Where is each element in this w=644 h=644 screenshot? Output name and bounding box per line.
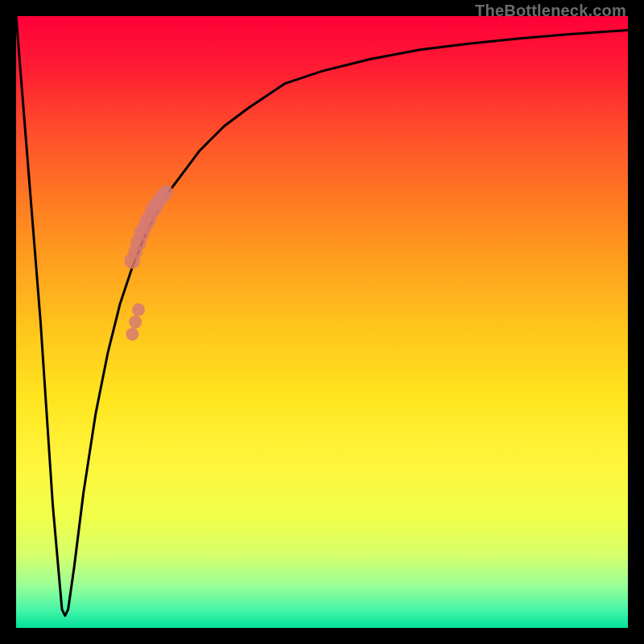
bottleneck-curve [16, 16, 628, 616]
marker-point [129, 316, 142, 328]
highlight-markers [124, 185, 173, 341]
plot-area [16, 16, 628, 628]
chart-svg [16, 16, 628, 628]
marker-point [159, 185, 173, 200]
chart-frame: TheBottleneck.com [0, 0, 644, 644]
marker-point [126, 328, 138, 341]
marker-point [132, 303, 145, 316]
